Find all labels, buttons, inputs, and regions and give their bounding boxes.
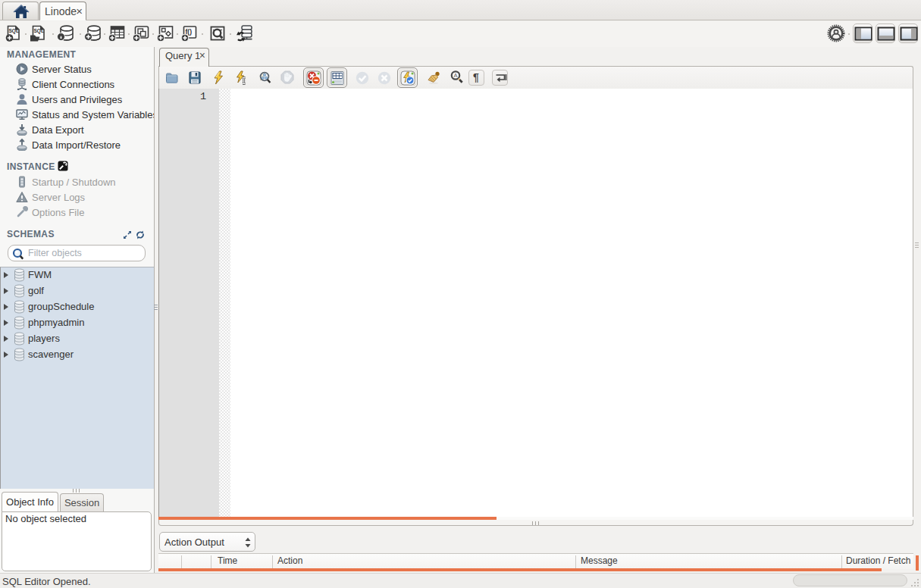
svg-text:A: A [454, 72, 458, 79]
svg-text:SQL: SQL [9, 28, 19, 34]
svg-text:SQL: SQL [34, 28, 44, 34]
